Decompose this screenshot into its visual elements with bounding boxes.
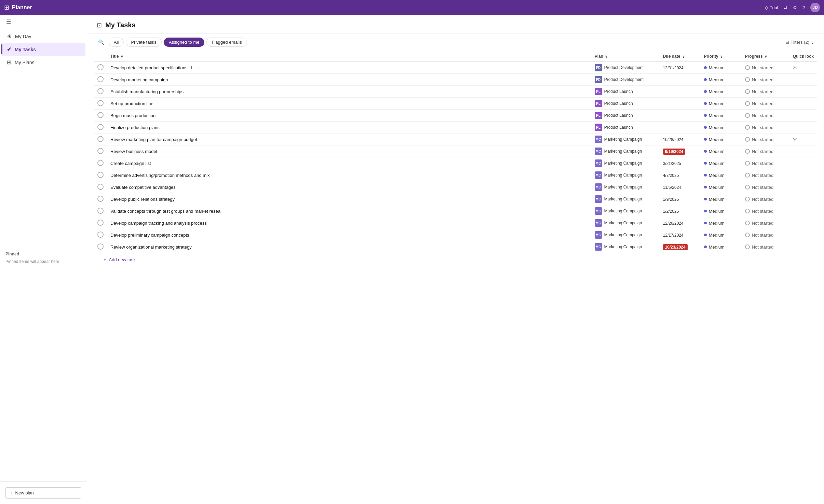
- plan-badge: PLProduct Launch: [595, 112, 633, 119]
- priority-dot-icon: [704, 186, 707, 188]
- task-info-button[interactable]: ℹ: [189, 65, 194, 71]
- priority-label: Medium: [709, 185, 725, 190]
- avatar[interactable]: JD: [810, 3, 820, 12]
- priority-dot-icon: [704, 198, 707, 200]
- table-row: Develop marketing campaignPDProduct Deve…: [94, 74, 817, 86]
- trial-icon: ◇: [765, 5, 768, 10]
- sidebar-item-my-tasks[interactable]: ✔ My Tasks: [1, 43, 85, 56]
- task-checkbox[interactable]: [97, 136, 104, 142]
- task-checkbox[interactable]: [97, 243, 104, 250]
- task-checkbox[interactable]: [97, 112, 104, 118]
- task-checkbox[interactable]: [97, 148, 104, 154]
- th-priority[interactable]: Priority ∨: [701, 51, 742, 62]
- help-button[interactable]: ?: [802, 5, 805, 10]
- task-checkbox[interactable]: [97, 172, 104, 178]
- task-checkbox[interactable]: [97, 196, 104, 202]
- priority-cell: Medium: [704, 173, 738, 178]
- task-table-body: Develop detailed product specificationsℹ…: [94, 62, 817, 253]
- priority-cell: Medium: [704, 197, 738, 202]
- sidebar-item-label: My Plans: [15, 60, 35, 65]
- task-checkbox[interactable]: [97, 160, 104, 166]
- plan-name: Product Development: [604, 65, 644, 70]
- topbar-logo: ⊞ Planner: [4, 4, 32, 11]
- filter-tabs: AllPrivate tasksAssigned to meFlagged em…: [109, 38, 247, 47]
- progress-circle-icon: [745, 137, 750, 142]
- plan-name: Marketing Campaign: [604, 221, 642, 225]
- priority-label: Medium: [709, 77, 725, 82]
- th-plan[interactable]: Plan ∨: [591, 51, 660, 62]
- priority-dot-icon: [704, 162, 707, 165]
- task-checkbox[interactable]: [97, 184, 104, 190]
- plan-icon: PL: [595, 124, 602, 131]
- due-date: 1/9/2025: [663, 197, 679, 202]
- plan-icon: MC: [595, 136, 602, 143]
- sidebar-item-my-plans[interactable]: ⊞ My Plans: [1, 56, 85, 69]
- task-table-container[interactable]: Title ∨ Plan ∨ Due date ∨ Priority: [87, 51, 824, 504]
- priority-dot-icon: [704, 78, 707, 81]
- plan-badge: PDProduct Development: [595, 64, 644, 71]
- search-button[interactable]: 🔍: [97, 38, 106, 47]
- due-date: 10/23/2024: [663, 244, 688, 250]
- progress-cell: Not started: [745, 221, 786, 226]
- task-title: Validate concepts through test groups an…: [110, 209, 220, 214]
- progress-circle-icon: [745, 101, 750, 106]
- th-duedate[interactable]: Due date ∨: [660, 51, 701, 62]
- sidebar-item-my-day[interactable]: ☀ My Day: [1, 30, 85, 43]
- settings-button[interactable]: ⚙: [793, 5, 797, 10]
- plan-badge: MCMarketing Campaign: [595, 159, 642, 167]
- progress-cell: Not started: [745, 209, 786, 214]
- filter-tab-all[interactable]: All: [109, 38, 124, 47]
- share-button[interactable]: ⇄: [784, 5, 787, 10]
- filter-tab-flagged-emails[interactable]: Flagged emails: [206, 38, 247, 47]
- priority-dot-icon: [704, 90, 707, 93]
- sort-arrow-duedate: ∨: [682, 55, 685, 58]
- task-title: Finalize production plans: [110, 125, 160, 130]
- quick-look-button[interactable]: ✻: [793, 137, 797, 142]
- progress-cell: Not started: [745, 77, 786, 82]
- due-date: 12/17/2024: [663, 233, 684, 238]
- task-checkbox[interactable]: [97, 232, 104, 238]
- progress-label: Not started: [752, 125, 774, 130]
- th-title[interactable]: Title ∨: [107, 51, 591, 62]
- priority-cell: Medium: [704, 221, 738, 226]
- progress-label: Not started: [752, 149, 774, 154]
- table-row: Review business modelMCMarketing Campaig…: [94, 145, 817, 157]
- filter-tab-private-tasks[interactable]: Private tasks: [126, 38, 161, 47]
- task-checkbox[interactable]: [97, 76, 104, 82]
- progress-cell: Not started: [745, 101, 786, 106]
- plan-icon: PD: [595, 76, 602, 83]
- sort-arrow-progress: ∨: [765, 55, 767, 58]
- grid-icon[interactable]: ⊞: [4, 4, 9, 11]
- add-new-task-button[interactable]: + Add new task: [94, 253, 817, 266]
- progress-label: Not started: [752, 221, 774, 226]
- plus-icon: +: [104, 257, 106, 262]
- plan-name: Marketing Campaign: [604, 137, 642, 142]
- sidebar-collapse-button[interactable]: ☰: [4, 17, 13, 27]
- plan-name: Marketing Campaign: [604, 161, 642, 166]
- due-date: 1/2/2025: [663, 209, 679, 214]
- task-checkbox[interactable]: [97, 64, 104, 70]
- task-checkbox[interactable]: [97, 208, 104, 214]
- task-checkbox[interactable]: [97, 124, 104, 130]
- new-plan-button[interactable]: + New plan: [5, 487, 81, 499]
- trial-button[interactable]: ◇ Trial: [765, 5, 778, 10]
- progress-circle-icon: [745, 125, 750, 130]
- task-title: Review business model: [110, 149, 157, 154]
- task-title: Establish manufacturing partnerships: [110, 89, 184, 94]
- progress-cell: Not started: [745, 161, 786, 166]
- priority-dot-icon: [704, 174, 707, 177]
- filter-tab-assigned-to-me[interactable]: Assigned to me: [164, 38, 205, 47]
- th-progress[interactable]: Progress ∨: [742, 51, 789, 62]
- progress-label: Not started: [752, 101, 774, 106]
- filters-button[interactable]: ⊟ Filters (2) ⌄: [785, 40, 814, 45]
- task-checkbox[interactable]: [97, 88, 104, 94]
- progress-label: Not started: [752, 77, 774, 82]
- progress-circle-icon: [745, 149, 750, 154]
- task-more-button[interactable]: ⋯: [195, 65, 202, 71]
- task-checkbox[interactable]: [97, 100, 104, 106]
- search-icon: 🔍: [98, 39, 105, 45]
- help-icon: ?: [802, 5, 805, 10]
- task-checkbox[interactable]: [97, 220, 104, 226]
- filters-label: Filters (2): [791, 40, 809, 45]
- quick-look-button[interactable]: ✻: [793, 65, 797, 70]
